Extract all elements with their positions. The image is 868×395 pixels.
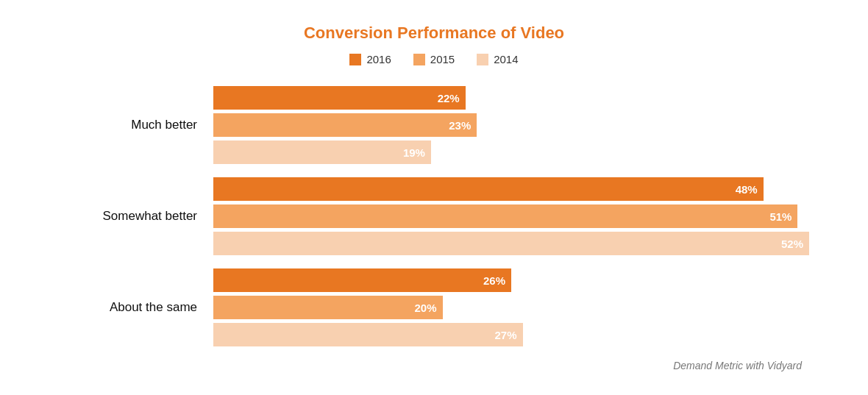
bar-row: 22% [213,86,809,110]
bar-2014: 27% [213,323,523,346]
legend-label-2016: 2016 [366,53,391,65]
bar-value-label: 19% [403,146,425,159]
bar-row: 19% [213,140,809,164]
bars-container: 48%51%52% [213,177,809,255]
bar-2016: 26% [213,268,511,292]
chart-container: Conversion Performance of Video 20162015… [29,9,839,386]
bar-row: 48% [213,177,809,201]
bar-2015: 20% [213,296,443,319]
bars-container: 22%23%19% [213,86,809,164]
bars-container: 26%20%27% [213,268,809,346]
legend-item-2014: 2014 [477,53,518,65]
bar-group: About the same26%20%27% [59,268,809,346]
group-label: Much better [59,118,213,132]
attribution: Demand Metric with Vidyard [59,360,809,371]
bar-value-label: 26% [483,274,505,287]
bar-group: Somewhat better48%51%52% [59,177,809,255]
bar-value-label: 20% [415,302,437,314]
legend-swatch-2014 [477,54,488,65]
bar-row: 26% [213,268,809,292]
bar-2016: 48% [213,177,764,201]
bar-2016: 22% [213,86,466,110]
legend-swatch-2015 [413,54,425,65]
bar-row: 52% [213,232,809,255]
bar-value-label: 23% [449,119,471,132]
legend-item-2016: 2016 [349,53,391,65]
bar-value-label: 52% [781,238,803,250]
bar-2015: 51% [213,204,797,228]
legend-item-2015: 2015 [413,53,455,65]
bar-row: 20% [213,296,809,319]
bar-value-label: 22% [438,92,460,104]
bar-2015: 23% [213,113,477,137]
legend-label-2015: 2015 [430,53,455,65]
legend-swatch-2016 [349,54,361,65]
bar-group: Much better22%23%19% [59,86,809,164]
bar-row: 23% [213,113,809,137]
bar-2014: 52% [213,232,809,255]
bar-groups: Much better22%23%19%Somewhat better48%51… [59,86,809,346]
bar-2014: 19% [213,140,431,164]
bar-value-label: 51% [769,210,791,223]
bar-value-label: 48% [736,183,758,196]
legend-label-2014: 2014 [494,53,518,65]
chart-title: Conversion Performance of Video [59,24,809,43]
bar-value-label: 27% [495,329,517,341]
group-label: Somewhat better [59,209,213,224]
legend: 201620152014 [59,53,809,65]
group-label: About the same [59,300,213,315]
bar-row: 27% [213,323,809,346]
bar-row: 51% [213,204,809,228]
